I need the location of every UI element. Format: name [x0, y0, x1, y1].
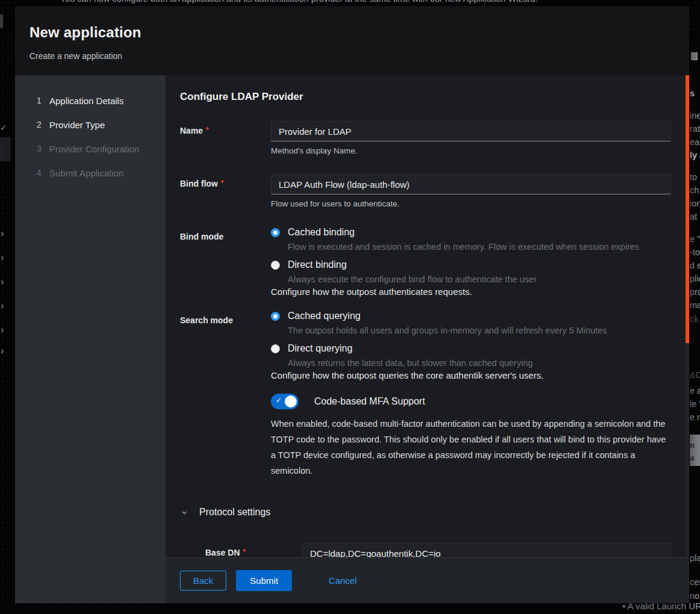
backdrop-text-fragment: ine — [690, 110, 700, 121]
backdrop-text-fragment: pro — [690, 287, 700, 297]
wizard-content: Configure LDAP Provider Name* Method's d… — [166, 75, 689, 603]
mfa-toggle-line[interactable]: ✓ Code-based MFA Support — [271, 394, 671, 409]
step-label: Submit Application — [49, 168, 123, 178]
label-text: Search mode — [180, 315, 233, 325]
backdrop-button-fragment: n a efe — [690, 435, 700, 466]
backdrop-text-fragment: ion — [690, 198, 700, 209]
name-label: Name* — [180, 121, 271, 155]
bind-mode-label: Bind mode — [180, 227, 271, 297]
fragment-line: efe — [690, 464, 700, 466]
search-mode-label: Search mode — [180, 311, 271, 380]
backdrop-text-fragment: -to — [690, 247, 700, 258]
check-icon: ✓ — [276, 396, 282, 405]
backdrop-text-fragment: &C — [690, 370, 700, 380]
wizard-banner-text: You can now configure both an applicatio… — [60, 0, 662, 5]
step-label: Provider Type — [49, 120, 105, 130]
radio-direct-querying[interactable]: Direct querying — [271, 343, 671, 354]
search-mode-row: Search mode Cached querying The outpost … — [180, 311, 671, 380]
required-asterisk: * — [243, 548, 246, 556]
backdrop-text-fragment: e "c — [690, 234, 700, 244]
modal-scrollbar-thumb[interactable] — [686, 75, 689, 343]
wizard-steps-sidebar: 1 Application Details 2 Provider Type 3 … — [15, 75, 166, 603]
step-provider-configuration: 3 Provider Configuration — [15, 137, 166, 161]
mfa-label-spacer — [180, 394, 271, 479]
step-label: Application Details — [49, 96, 123, 106]
radio-cached-querying[interactable]: Cached querying — [271, 311, 671, 321]
step-application-details[interactable]: 1 Application Details — [15, 88, 166, 113]
bind-flow-label: Bind flow* — [180, 174, 271, 208]
bind-flow-input[interactable] — [271, 174, 671, 194]
radio-help: Always execute the configured bind flow … — [288, 274, 671, 284]
radio-help: The outpost holds all users and groups i… — [288, 326, 671, 335]
label-text: Name — [180, 126, 203, 135]
backdrop-text-fragment: at — [690, 211, 697, 222]
chevron-right-icon: › — [1, 302, 4, 310]
bind-mode-help: Configure how the outpost authenticates … — [271, 287, 671, 297]
bind-mode-direct-option: Direct binding Always execute the config… — [271, 259, 671, 284]
protocol-settings-label: Protocol settings — [199, 507, 270, 518]
backdrop-text-fragment: e a — [690, 385, 700, 396]
step-number: 4 — [34, 168, 44, 178]
backdrop-text-fragment: ch — [690, 185, 699, 196]
search-mode-cached-option: Cached querying The outpost holds all us… — [271, 311, 671, 335]
radio-cached-binding[interactable]: Cached binding — [271, 227, 671, 238]
backdrop-text-fragment: ck — [690, 314, 699, 324]
name-input[interactable] — [271, 121, 671, 141]
step-provider-type[interactable]: 2 Provider Type — [15, 113, 166, 137]
page-edge-rect — [0, 14, 3, 28]
radio-label: Direct binding — [288, 259, 347, 270]
chevron-right-icon: › — [1, 229, 4, 238]
submit-button[interactable]: Submit — [236, 570, 292, 591]
backdrop-text-fragment: ma — [690, 300, 700, 311]
bind-mode-row: Bind mode Cached binding Flow is execute… — [180, 227, 671, 297]
radio-direct-binding[interactable]: Direct binding — [271, 259, 671, 270]
radio-selected-icon[interactable] — [271, 312, 280, 321]
step-submit-application: 4 Submit Application — [15, 161, 166, 185]
backdrop-text-fragment: ea — [690, 137, 699, 147]
step-number: 1 — [34, 96, 44, 105]
modal-header: New application Create a new application — [15, 6, 689, 75]
bind-flow-row: Bind flow* Flow used for users to authen… — [180, 174, 671, 208]
back-button[interactable]: Back — [180, 571, 226, 591]
search-mode-help: Configure how the outpost queries the co… — [271, 370, 671, 380]
radio-help: Flow is executed and session is cached i… — [288, 242, 671, 252]
sidebar-active-item-edge — [0, 137, 11, 161]
step-label: Provider Configuration — [49, 144, 139, 154]
mfa-label: Code-based MFA Support — [314, 396, 425, 407]
backdrop-text-fragment: plic — [690, 273, 700, 284]
radio-unselected-icon[interactable] — [271, 344, 280, 353]
chevron-right-icon: › — [1, 326, 4, 334]
modal-scrollbar-track[interactable] — [686, 75, 689, 603]
backdrop-text-fragment: le ' — [690, 398, 700, 409]
name-row: Name* Method's display Name. — [180, 121, 671, 155]
new-application-modal: New application Create a new application… — [15, 6, 689, 603]
backdrop-text-fragment: to — [690, 172, 697, 182]
chevron-right-icon: › — [1, 278, 4, 286]
chevron-down-icon: ⌄ — [180, 504, 188, 517]
label-text: Bind mode — [180, 232, 223, 241]
protocol-settings-group[interactable]: ⌄ Protocol settings — [180, 507, 671, 518]
backdrop-text-fragment: e n — [690, 412, 700, 423]
chevron-right-icon: › — [1, 253, 4, 262]
required-asterisk: * — [221, 179, 224, 187]
backdrop-text-fragment: ces — [690, 577, 700, 588]
backdrop-right-fragments: sineratealy atochionate "c-tod eplicprom… — [690, 0, 700, 614]
label-text: Bind flow — [180, 179, 218, 188]
backdrop-text-fragment: rat — [690, 123, 700, 134]
step-number: 2 — [34, 120, 44, 129]
backdrop-text-fragment: pla — [690, 553, 700, 563]
cancel-link[interactable]: Cancel — [329, 575, 357, 586]
mfa-row: ✓ Code-based MFA Support When enabled, c… — [180, 394, 671, 479]
radio-selected-icon[interactable] — [271, 228, 280, 237]
radio-unselected-icon[interactable] — [271, 261, 280, 270]
fragment-line: n a — [690, 439, 700, 464]
toggle-on-icon[interactable]: ✓ — [271, 394, 299, 409]
radio-label: Cached querying — [288, 311, 361, 321]
radio-label: Direct querying — [288, 343, 353, 354]
search-mode-direct-option: Direct querying Always returns the lates… — [271, 343, 671, 368]
backdrop-text-fragment: no — [690, 591, 699, 601]
chevron-right-icon: › — [1, 347, 4, 355]
bind-mode-cached-option: Cached binding Flow is executed and sess… — [271, 227, 671, 252]
wizard-footer: Back Submit Cancel — [166, 557, 689, 603]
modal-subtitle: Create a new application — [29, 51, 675, 61]
